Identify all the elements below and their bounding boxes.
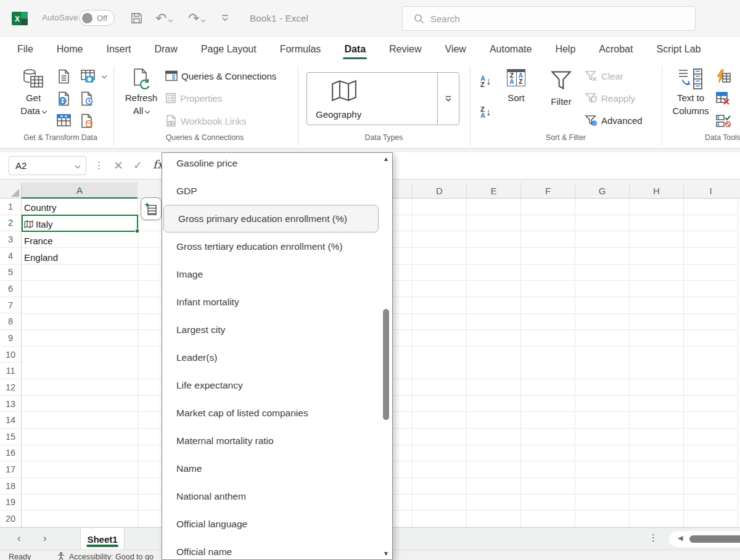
select-all-corner[interactable]	[0, 183, 22, 199]
cell-A4[interactable]: England	[23, 249, 136, 265]
from-text-csv-button[interactable]	[57, 69, 70, 84]
row-header-3[interactable]: 3	[0, 231, 21, 248]
text-to-columns-button[interactable]: Text to Columns	[672, 68, 709, 117]
previous-sheet-button[interactable]: ‹	[17, 533, 20, 544]
refresh-all-button[interactable]: Refresh All	[123, 68, 159, 117]
row-header-11[interactable]: 11	[0, 363, 21, 379]
save-button[interactable]	[130, 11, 144, 25]
queries-connections-button[interactable]: Queries & Connections	[165, 70, 276, 81]
row-header-19[interactable]: 19	[0, 495, 21, 511]
dropdown-scroll-thumb[interactable]	[383, 309, 389, 420]
ribbon-tab-script-lab[interactable]: Script Lab	[655, 39, 702, 60]
dropdown-item[interactable]: Official language	[162, 510, 379, 538]
dropdown-item[interactable]: GDP	[162, 177, 379, 205]
cell-A1[interactable]: Country	[23, 199, 136, 215]
ribbon-tab-view[interactable]: View	[444, 39, 467, 60]
column-header-F[interactable]: F	[520, 183, 575, 199]
search-input[interactable]: Search	[402, 6, 696, 31]
row-header-9[interactable]: 9	[0, 330, 21, 347]
existing-connections-button[interactable]	[80, 113, 94, 128]
dropdown-item[interactable]: Gasoline price	[162, 152, 379, 177]
dropdown-item[interactable]: Infant mortality	[162, 288, 379, 316]
dropdown-item[interactable]: Leader(s)	[162, 344, 379, 371]
row-header-1[interactable]: 1	[0, 199, 21, 215]
column-header-A[interactable]: A	[22, 183, 138, 199]
get-data-button[interactable]: Get Data	[16, 68, 51, 117]
recent-sources-button[interactable]	[80, 91, 94, 106]
status-accessibility[interactable]: Accessibility: Good to go	[69, 553, 154, 560]
row-header-16[interactable]: 16	[0, 445, 21, 462]
flash-fill-button[interactable]	[715, 69, 731, 84]
horizontal-scroll-thumb[interactable]	[689, 535, 740, 543]
ribbon-tab-home[interactable]: Home	[56, 39, 84, 60]
row-header-20[interactable]: 20	[0, 511, 21, 527]
name-box-options-icon[interactable]: ⋮	[94, 160, 104, 171]
advanced-filter-button[interactable]: Advanced	[585, 115, 643, 126]
ribbon-tab-data[interactable]: Data	[343, 39, 367, 60]
filter-button[interactable]: Filter	[546, 69, 577, 108]
from-picture-button[interactable]	[80, 69, 96, 84]
ribbon-tab-page-layout[interactable]: Page Layout	[200, 39, 258, 60]
ribbon-tab-help[interactable]: Help	[554, 39, 577, 60]
row-header-2[interactable]: 2	[0, 215, 21, 232]
column-header-E[interactable]: E	[466, 183, 520, 199]
dropdown-item[interactable]: Market cap of listed companies	[162, 399, 379, 427]
autosave-toggle[interactable]: Off	[79, 10, 115, 26]
column-header-D[interactable]: D	[412, 183, 466, 199]
dropdown-item[interactable]: Official name	[162, 538, 379, 560]
sort-button[interactable]: ZA AZ Sort	[501, 69, 532, 104]
dropdown-item[interactable]: Life expectancy	[162, 371, 379, 399]
row-header-14[interactable]: 14	[0, 412, 21, 429]
row-header-15[interactable]: 15	[0, 429, 21, 445]
ribbon-tab-draw[interactable]: Draw	[153, 39, 178, 60]
remove-duplicates-button[interactable]	[715, 91, 731, 106]
row-header-10[interactable]: 10	[0, 347, 21, 363]
next-sheet-button[interactable]: ›	[43, 533, 46, 544]
row-header-18[interactable]: 18	[0, 478, 21, 495]
data-type-geography-card[interactable]: Geography	[306, 72, 459, 125]
row-header-13[interactable]: 13	[0, 396, 21, 413]
sort-ascending-button[interactable]: AZ↓	[480, 75, 491, 88]
scroll-left-icon[interactable]: ◀	[678, 534, 683, 542]
tab-scroll-options-icon[interactable]: ⋮	[649, 532, 658, 543]
ribbon-tab-file[interactable]: File	[16, 39, 35, 60]
ribbon-tab-formulas[interactable]: Formulas	[279, 39, 323, 60]
from-table-range-button[interactable]	[56, 113, 72, 127]
dropdown-item[interactable]: Largest city	[162, 316, 379, 344]
customize-quick-access-button[interactable]	[221, 14, 229, 22]
ribbon-tab-acrobat[interactable]: Acrobat	[598, 39, 634, 60]
sheet-tab-sheet1[interactable]: Sheet1	[80, 528, 125, 550]
sort-descending-button[interactable]: ZA↓	[480, 106, 491, 118]
dropdown-item[interactable]: Maternal mortality ratio	[162, 427, 379, 455]
dropdown-scroll-up-icon[interactable]: ▲	[382, 155, 390, 162]
data-validation-button[interactable]	[715, 113, 731, 128]
row-header-5[interactable]: 5	[0, 265, 21, 281]
cancel-entry-button[interactable]: ✕	[113, 159, 123, 173]
column-header-H[interactable]: H	[629, 183, 683, 199]
cell-A3[interactable]: France	[23, 233, 136, 249]
row-header-4[interactable]: 4	[0, 248, 21, 265]
dropdown-scroll-down-icon[interactable]: ▼	[382, 550, 390, 557]
dropdown-item[interactable]: Gross primary education enrollment (%)	[163, 205, 379, 233]
fill-handle[interactable]	[135, 229, 139, 233]
column-header-I[interactable]: I	[683, 183, 738, 199]
row-header-7[interactable]: 7	[0, 297, 21, 314]
dropdown-item[interactable]: Image	[162, 260, 379, 288]
ribbon-tab-insert[interactable]: Insert	[105, 39, 132, 60]
row-header-12[interactable]: 12	[0, 379, 21, 396]
row-header-8[interactable]: 8	[0, 313, 21, 330]
name-box[interactable]: A2	[9, 156, 86, 175]
from-web-button[interactable]	[57, 91, 70, 106]
data-types-gallery-more-button[interactable]	[437, 73, 459, 125]
ribbon-tab-review[interactable]: Review	[388, 39, 422, 60]
column-header-G[interactable]: G	[575, 183, 629, 199]
undo-button[interactable]: ↶	[155, 10, 172, 27]
ribbon-tab-automate[interactable]: Automate	[488, 39, 533, 60]
row-header-17[interactable]: 17	[0, 461, 21, 478]
redo-button[interactable]: ↷	[188, 10, 205, 27]
confirm-entry-button[interactable]: ✓	[133, 159, 142, 172]
dropdown-item[interactable]: National anthem	[162, 482, 379, 510]
dropdown-item[interactable]: Gross tertiary education enrollment (%)	[162, 233, 379, 260]
insert-data-button[interactable]	[141, 197, 162, 220]
row-header-6[interactable]: 6	[0, 281, 21, 297]
